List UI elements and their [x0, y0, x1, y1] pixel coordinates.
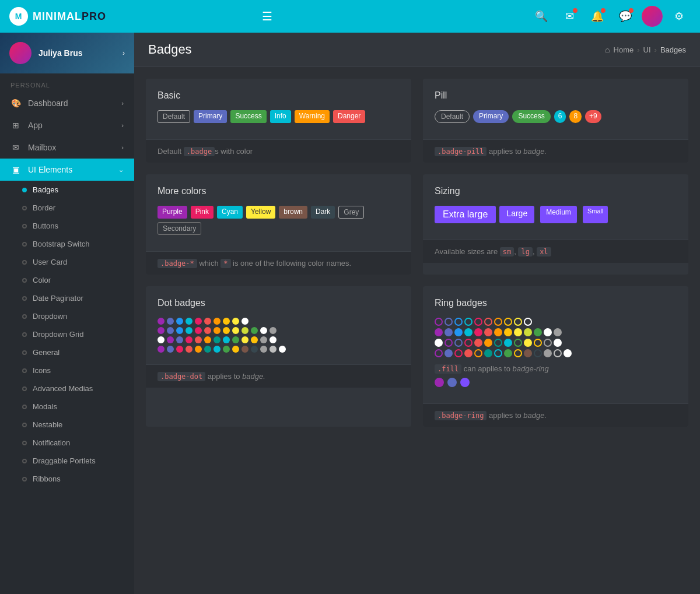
- badge-dot-code: .badge-dot: [158, 372, 205, 381]
- ring-fill-yellow: [514, 328, 522, 336]
- brand-pro: PRO: [82, 10, 106, 22]
- sidebar-sub-item-ribbons[interactable]: Ribbons: [0, 470, 134, 488]
- sizing-footer: Available sizes are sm, lg, xl: [423, 240, 688, 263]
- sub-item-dot: [22, 441, 27, 445]
- chat-button[interactable]: 💬: [614, 5, 637, 28]
- dot-dark-4: [251, 346, 258, 353]
- dot-white-3: [158, 336, 164, 343]
- rings-container: [435, 318, 677, 357]
- dot-cyan-3: [223, 336, 230, 343]
- sub-item-label: User Card: [33, 258, 67, 266]
- pill-card: Pill Default Primary Success 6 8 +9 .bad…: [423, 79, 688, 163]
- badge-star-code: .badge-*: [158, 259, 197, 268]
- pill-badge-success: Success: [512, 110, 550, 123]
- ring-orange-4: [474, 349, 482, 357]
- sub-item-label: Dropdown Grid: [33, 330, 83, 339]
- sub-item-label: Modals: [33, 402, 57, 411]
- sidebar-sub-item-date-paginator[interactable]: Date Paginator: [0, 289, 134, 307]
- sidebar-item-ui-elements[interactable]: ▣ UI Elements ⌄: [0, 159, 134, 181]
- ring-red: [484, 318, 492, 326]
- ring-fill-white-3: [435, 339, 443, 347]
- sidebar-sub-item-icons[interactable]: Icons: [0, 361, 134, 379]
- sidebar-item-mailbox[interactable]: ✉ Mailbox ›: [0, 136, 134, 159]
- dot-green-2: [251, 327, 258, 334]
- sidebar-item-label: Mailbox: [28, 143, 56, 152]
- menu-button[interactable]: ☰: [256, 5, 279, 28]
- sidebar-sub-item-general[interactable]: General: [0, 343, 134, 361]
- sub-item-label: Draggable Portlets: [33, 456, 96, 465]
- sidebar-sub-item-modals[interactable]: Modals: [0, 398, 134, 416]
- settings-button[interactable]: ⚙: [667, 5, 691, 28]
- sidebar-sub-item-notification[interactable]: Notification: [0, 434, 134, 452]
- dot-red-2: [204, 327, 211, 334]
- badge-code: .badge: [184, 147, 215, 156]
- search-button[interactable]: 🔍: [530, 5, 553, 28]
- sidebar-sub-item-dropdown-grid[interactable]: Dropdown Grid: [0, 325, 134, 343]
- sidebar-sub-item-bootstrap-switch[interactable]: Bootstrap Switch: [0, 235, 134, 253]
- sidebar-sub-item-user-card[interactable]: User Card: [0, 253, 134, 271]
- breadcrumb-home[interactable]: Home: [614, 45, 634, 54]
- dot-indigo-4: [167, 346, 174, 353]
- ring-fill-indigo-4: [444, 349, 453, 357]
- chevron-right-icon: ›: [121, 100, 124, 107]
- ring-amber: [504, 318, 512, 326]
- sidebar-item-label: App: [28, 121, 43, 130]
- breadcrumb-ui[interactable]: UI: [643, 45, 651, 54]
- sidebar-sub-item-color[interactable]: Color: [0, 271, 134, 289]
- ring-fill-orange-3: [484, 339, 492, 347]
- search-icon: 🔍: [535, 10, 548, 23]
- dot-pink-3: [186, 336, 192, 343]
- sidebar-item-dashboard[interactable]: 🎨 Dashboard ›: [0, 92, 134, 114]
- sub-item-dot: [22, 242, 27, 247]
- mailbox-icon: ✉: [10, 142, 21, 153]
- ring-fill-brown-4: [524, 349, 532, 357]
- dot-blue: [176, 318, 183, 325]
- dot-grey-3: [260, 336, 267, 343]
- sub-item-label: Badges: [33, 185, 58, 194]
- dot-green-3: [232, 336, 239, 343]
- sub-item-dot: [22, 477, 27, 481]
- user-avatar[interactable]: [642, 6, 663, 27]
- dot-amber: [223, 318, 230, 325]
- sidebar-sub-item-badges[interactable]: Badges: [0, 181, 134, 199]
- mail-notification-dot: [573, 8, 578, 13]
- app-icon: ⊞: [10, 120, 21, 131]
- mail-button[interactable]: ✉: [558, 5, 581, 28]
- dot-amber-3: [251, 336, 258, 343]
- fill-note: .fill can applies to badge-ring: [435, 364, 677, 373]
- sub-item-label: Bootstrap Switch: [33, 240, 90, 248]
- page-header: Badges ⌂ Home › UI › Badges: [134, 33, 700, 67]
- more-colors-card: More colors Purple Pink Cyan Yellow brow…: [146, 174, 411, 275]
- badge-xl: Extra large: [435, 206, 496, 223]
- sub-item-label: Date Paginator: [33, 294, 83, 303]
- dot-purple: [158, 318, 164, 325]
- dot-orange-2: [214, 327, 220, 334]
- sidebar-item-app[interactable]: ⊞ App ›: [0, 114, 134, 136]
- pill-badge-default: Default: [435, 110, 470, 123]
- bell-button[interactable]: 🔔: [586, 5, 609, 28]
- badge-danger: Danger: [333, 110, 365, 123]
- menu-icon: ☰: [262, 9, 272, 23]
- sizing-card-body: Sizing Extra large Large Medium Small: [423, 174, 688, 240]
- ring-purple: [435, 318, 443, 326]
- dot-amber-4: [232, 346, 239, 353]
- ring-fill-demo-purple: [435, 378, 444, 387]
- sidebar-sub-item-advanced-medias[interactable]: Advanced Medias: [0, 379, 134, 398]
- ring-fill-green: [534, 328, 542, 336]
- pill-card-footer: .badge-pill applies to badge.: [423, 139, 688, 163]
- sidebar-avatar: [9, 42, 32, 64]
- dot-white-3b: [270, 336, 276, 343]
- sidebar-user[interactable]: Juliya Brus ›: [0, 33, 134, 73]
- sidebar-sub-item-dropdown[interactable]: Dropdown: [0, 307, 134, 325]
- dot-white-2: [260, 327, 267, 334]
- sidebar-sub-item-draggable-portlets[interactable]: Draggable Portlets: [0, 452, 134, 470]
- badge-pill-code: .badge-pill: [435, 147, 487, 156]
- sidebar-sub-item-border[interactable]: Border: [0, 199, 134, 217]
- xl-code: xl: [537, 247, 551, 256]
- sidebar-sub-item-nestable[interactable]: Nestable: [0, 416, 134, 434]
- sub-item-dot: [22, 459, 27, 463]
- dot-lightgrey-4: [270, 346, 276, 353]
- sidebar-sub-item-buttons[interactable]: Buttons: [0, 217, 134, 235]
- dot-badges-body: Dot badges: [146, 286, 411, 364]
- ring-fill-white-3b: [554, 339, 562, 347]
